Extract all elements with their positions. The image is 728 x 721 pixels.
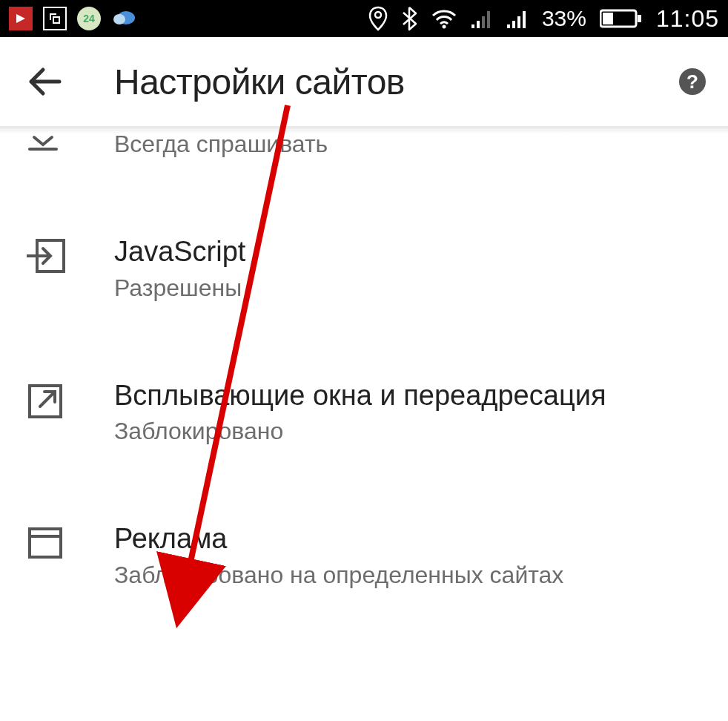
back-button[interactable] xyxy=(27,64,62,99)
location-icon xyxy=(368,6,388,31)
app-window: Настройки сайтов ? Всегда спрашивать xyxy=(0,37,728,721)
list-item-title: Реклама xyxy=(114,521,707,557)
svg-point-2 xyxy=(375,12,381,18)
svg-rect-11 xyxy=(523,11,526,28)
download-icon xyxy=(27,134,59,151)
svg-rect-14 xyxy=(638,15,641,22)
svg-rect-10 xyxy=(517,16,520,28)
statusbar: 24 33% 11:05 xyxy=(0,0,728,37)
page-title: Настройки сайтов xyxy=(114,62,405,102)
svg-rect-4 xyxy=(471,24,474,28)
help-button[interactable]: ? xyxy=(678,67,707,96)
notif-app1-icon xyxy=(9,7,33,30)
list-item-ads[interactable]: Реклама Заблокировано на определенных са… xyxy=(0,502,728,609)
list-item-subtitle: Всегда спрашивать xyxy=(114,129,707,159)
statusbar-notifications: 24 xyxy=(9,7,136,30)
svg-rect-19 xyxy=(30,529,61,557)
list-item-subtitle: Разрешены xyxy=(114,273,707,303)
settings-list: Всегда спрашивать JavaScript Разрешены В xyxy=(0,126,728,609)
list-item-subtitle: Заблокировано на определенных сайтах xyxy=(114,560,707,590)
battery-percentage: 33% xyxy=(542,6,586,31)
signal2-icon xyxy=(506,8,529,29)
svg-point-1 xyxy=(113,14,125,24)
browser-window-icon xyxy=(27,526,64,560)
statusbar-right: 33% 11:05 xyxy=(368,5,719,33)
list-item-title: JavaScript xyxy=(114,234,707,270)
wifi-icon xyxy=(431,8,457,29)
bluetooth-icon xyxy=(401,6,417,31)
notif-app4-icon xyxy=(111,7,136,30)
list-item-javascript[interactable]: JavaScript Разрешены xyxy=(0,215,728,322)
list-item-popups[interactable]: Всплывающие окна и переадресация Заблоки… xyxy=(0,359,728,466)
signal1-icon xyxy=(471,8,493,29)
battery-icon xyxy=(600,8,643,29)
list-item-subtitle: Заблокировано xyxy=(114,416,707,446)
clock: 11:05 xyxy=(656,5,719,33)
svg-text:?: ? xyxy=(686,70,698,93)
open-external-icon xyxy=(27,383,64,420)
header-shadow xyxy=(0,126,728,134)
svg-rect-6 xyxy=(482,16,485,28)
svg-rect-7 xyxy=(487,11,490,28)
svg-rect-8 xyxy=(507,24,510,28)
enter-icon xyxy=(27,239,65,273)
notif-app3-icon: 24 xyxy=(77,7,101,30)
header: Настройки сайтов ? xyxy=(0,37,728,126)
notif-app2-icon xyxy=(43,7,67,30)
svg-rect-5 xyxy=(477,21,480,28)
list-item[interactable]: Всегда спрашивать xyxy=(0,126,728,178)
svg-rect-13 xyxy=(603,13,613,24)
list-item-title: Всплывающие окна и переадресация xyxy=(114,378,707,414)
svg-point-3 xyxy=(442,25,446,29)
svg-rect-9 xyxy=(512,21,515,28)
